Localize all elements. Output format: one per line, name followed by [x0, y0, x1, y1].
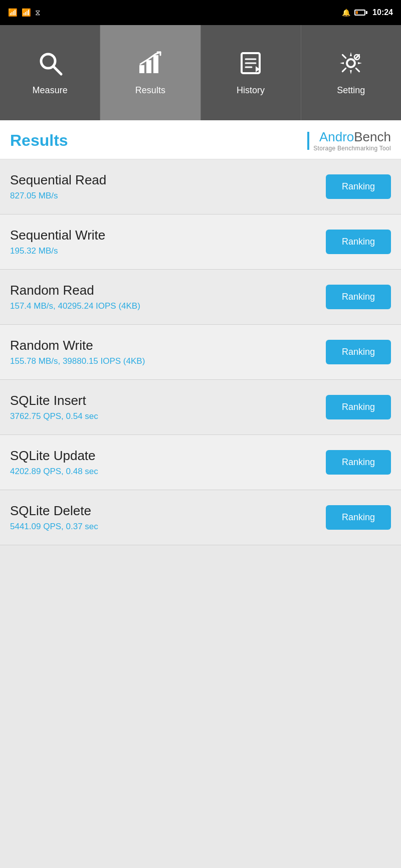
result-name: SQLite Update: [10, 448, 98, 464]
page-title: Results: [10, 131, 68, 150]
time-display: 10:24: [372, 8, 393, 17]
status-left-icons: 📶 📶 ⧖: [8, 8, 41, 17]
tab-measure-label: Measure: [33, 85, 68, 96]
result-info: SQLite Insert3762.75 QPS, 0.54 sec: [10, 393, 98, 421]
ranking-button[interactable]: Ranking: [326, 340, 391, 364]
brand-text: AndroBench Storage Benchmarking Tool: [313, 129, 391, 152]
brand-accent-bar: [307, 132, 309, 150]
result-row: Sequential Read827.05 MB/sRanking: [0, 159, 401, 214]
result-name: Sequential Write: [10, 228, 105, 243]
result-row: SQLite Insert3762.75 QPS, 0.54 secRankin…: [0, 380, 401, 435]
tab-results-label: Results: [135, 85, 165, 96]
brand-name-part2: Bench: [354, 129, 391, 144]
measure-icon: [37, 50, 63, 80]
brand-name: AndroBench: [319, 129, 391, 145]
result-row: Sequential Write195.32 MB/sRanking: [0, 214, 401, 270]
result-info: Random Read157.4 MB/s, 40295.24 IOPS (4K…: [10, 283, 140, 311]
ranking-button[interactable]: Ranking: [326, 285, 391, 309]
history-icon: [238, 50, 264, 80]
results-header: Results AndroBench Storage Benchmarking …: [0, 120, 401, 159]
result-name: SQLite Insert: [10, 393, 98, 408]
result-row: SQLite Update4202.89 QPS, 0.48 secRankin…: [0, 435, 401, 490]
result-name: Random Write: [10, 338, 145, 353]
result-info: SQLite Delete5441.09 QPS, 0.37 sec: [10, 503, 98, 532]
result-value: 157.4 MB/s, 40295.24 IOPS (4KB): [10, 301, 140, 311]
mute-icon: 🔔: [342, 9, 350, 17]
tab-setting-label: Setting: [337, 85, 365, 96]
brand-subtitle: Storage Benchmarking Tool: [313, 145, 391, 152]
result-name: Random Read: [10, 283, 140, 298]
wifi-icon: 📶: [22, 8, 31, 17]
status-bar: 📶 📶 ⧖ 🔔 10:24: [0, 0, 401, 25]
result-name: Sequential Read: [10, 172, 106, 188]
svg-rect-2: [139, 65, 144, 73]
tab-history-label: History: [237, 85, 265, 96]
results-icon: [137, 50, 163, 80]
ranking-button[interactable]: Ranking: [326, 505, 391, 530]
result-info: SQLite Update4202.89 QPS, 0.48 sec: [10, 448, 98, 477]
ranking-button[interactable]: Ranking: [326, 450, 391, 475]
result-value: 5441.09 QPS, 0.37 sec: [10, 522, 98, 532]
result-value: 3762.75 QPS, 0.54 sec: [10, 411, 98, 421]
result-name: SQLite Delete: [10, 503, 98, 519]
results-list: Sequential Read827.05 MB/sRankingSequent…: [0, 159, 401, 545]
battery-icon: [354, 10, 367, 16]
status-right: 🔔 10:24: [342, 8, 393, 17]
tab-setting[interactable]: Setting: [301, 25, 401, 120]
sim-icon: 📶: [8, 8, 18, 17]
svg-rect-4: [153, 55, 158, 73]
brand-name-part1: Andro: [319, 129, 354, 144]
brand-logo: AndroBench Storage Benchmarking Tool: [307, 129, 391, 152]
nav-tabs: Measure Results History: [0, 25, 401, 120]
result-value: 155.78 MB/s, 39880.15 IOPS (4KB): [10, 356, 145, 366]
result-value: 4202.89 QPS, 0.48 sec: [10, 467, 98, 477]
tab-history[interactable]: History: [201, 25, 301, 120]
ranking-button[interactable]: Ranking: [326, 174, 391, 199]
result-info: Sequential Read827.05 MB/s: [10, 172, 106, 201]
tab-results[interactable]: Results: [100, 25, 200, 120]
result-info: Sequential Write195.32 MB/s: [10, 228, 105, 256]
svg-line-1: [53, 66, 61, 74]
result-info: Random Write155.78 MB/s, 39880.15 IOPS (…: [10, 338, 145, 366]
ranking-button[interactable]: Ranking: [326, 395, 391, 419]
result-row: Random Write155.78 MB/s, 39880.15 IOPS (…: [0, 325, 401, 380]
svg-point-9: [347, 59, 355, 67]
result-value: 195.32 MB/s: [10, 246, 105, 256]
result-value: 827.05 MB/s: [10, 191, 106, 201]
tab-measure[interactable]: Measure: [0, 25, 100, 120]
result-row: Random Read157.4 MB/s, 40295.24 IOPS (4K…: [0, 270, 401, 325]
hourglass-icon: ⧖: [35, 8, 41, 17]
ranking-button[interactable]: Ranking: [326, 230, 391, 254]
result-row: SQLite Delete5441.09 QPS, 0.37 secRankin…: [0, 490, 401, 545]
setting-icon: [338, 50, 364, 80]
svg-rect-3: [146, 60, 151, 73]
